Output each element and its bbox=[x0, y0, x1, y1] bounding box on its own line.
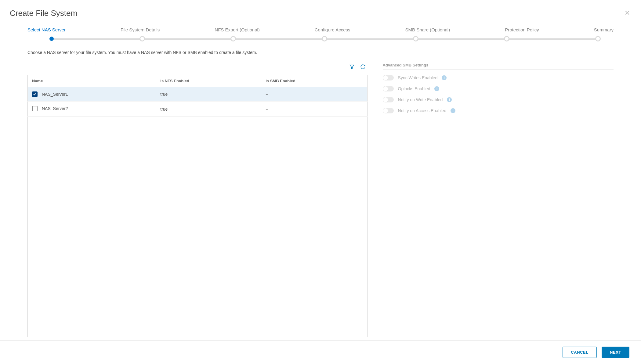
next-button[interactable]: NEXT bbox=[602, 347, 629, 358]
cancel-button[interactable]: CANCEL bbox=[563, 347, 597, 358]
col-name[interactable]: Name bbox=[28, 75, 157, 87]
table-row[interactable]: NAS_Server1true-- bbox=[28, 87, 368, 102]
row-nfs: true bbox=[157, 87, 262, 102]
page-title: Create File System bbox=[10, 9, 77, 18]
col-nfs[interactable]: Is NFS Enabled bbox=[157, 75, 262, 87]
smb-toggle[interactable] bbox=[383, 75, 394, 80]
info-icon[interactable]: i bbox=[447, 97, 452, 102]
step-label-5[interactable]: Protection Policy bbox=[505, 27, 539, 32]
step-dot-1[interactable] bbox=[139, 36, 145, 41]
row-name: NAS_Server1 bbox=[42, 92, 68, 97]
info-icon[interactable]: i bbox=[451, 108, 455, 113]
row-nfs: true bbox=[157, 102, 262, 117]
col-smb[interactable]: Is SMB Enabled bbox=[262, 75, 367, 87]
step-label-0[interactable]: Select NAS Server bbox=[27, 27, 66, 32]
info-icon[interactable]: i bbox=[442, 75, 447, 80]
step-dot-0[interactable] bbox=[49, 37, 54, 41]
nas-server-table: Name Is NFS Enabled Is SMB Enabled NAS_S… bbox=[27, 75, 368, 117]
filter-icon[interactable] bbox=[349, 64, 355, 70]
step-label-2[interactable]: NFS Export (Optional) bbox=[215, 27, 260, 32]
smb-toggle-row: Notify on Access Enabledi bbox=[383, 108, 614, 113]
row-checkbox[interactable] bbox=[32, 91, 38, 97]
advanced-smb-title: Advanced SMB Settings bbox=[383, 63, 614, 70]
smb-toggle[interactable] bbox=[383, 86, 394, 91]
step-dot-6[interactable] bbox=[595, 36, 601, 41]
advanced-smb-panel: Advanced SMB Settings Sync Writes Enable… bbox=[383, 50, 614, 337]
close-icon[interactable]: ✕ bbox=[623, 9, 631, 18]
smb-toggle-label: Notify on Write Enabled bbox=[398, 97, 443, 102]
table-row[interactable]: NAS_Server2true-- bbox=[28, 102, 368, 117]
wizard-stepper: Select NAS ServerFile System DetailsNFS … bbox=[0, 24, 641, 43]
smb-toggle[interactable] bbox=[383, 97, 394, 102]
step-label-3[interactable]: Configure Access bbox=[315, 27, 350, 32]
row-name: NAS_Server2 bbox=[42, 106, 68, 111]
step-label-6[interactable]: Summary bbox=[594, 27, 614, 32]
smb-toggle-label: Notify on Access Enabled bbox=[398, 108, 447, 113]
smb-toggle-label: Oplocks Enabled bbox=[398, 86, 430, 91]
table-empty-area bbox=[27, 117, 368, 337]
smb-toggle[interactable] bbox=[383, 108, 394, 113]
step-dot-2[interactable] bbox=[230, 36, 236, 41]
row-smb: -- bbox=[262, 102, 367, 117]
refresh-icon[interactable] bbox=[360, 64, 366, 70]
step-dot-4[interactable] bbox=[413, 36, 418, 41]
smb-toggle-row: Oplocks Enabledi bbox=[383, 86, 614, 91]
step-label-1[interactable]: File System Details bbox=[121, 27, 160, 32]
info-icon[interactable]: i bbox=[434, 86, 439, 91]
row-smb: -- bbox=[262, 87, 367, 102]
step-dot-5[interactable] bbox=[504, 36, 509, 41]
smb-toggle-row: Sync Writes Enabledi bbox=[383, 75, 614, 80]
smb-toggle-label: Sync Writes Enabled bbox=[398, 75, 438, 80]
step-dot-3[interactable] bbox=[322, 36, 327, 41]
instruction-text: Choose a NAS server for your file system… bbox=[27, 50, 368, 55]
smb-toggle-row: Notify on Write Enabledi bbox=[383, 97, 614, 102]
row-checkbox[interactable] bbox=[32, 106, 38, 111]
step-label-4[interactable]: SMB Share (Optional) bbox=[405, 27, 450, 32]
